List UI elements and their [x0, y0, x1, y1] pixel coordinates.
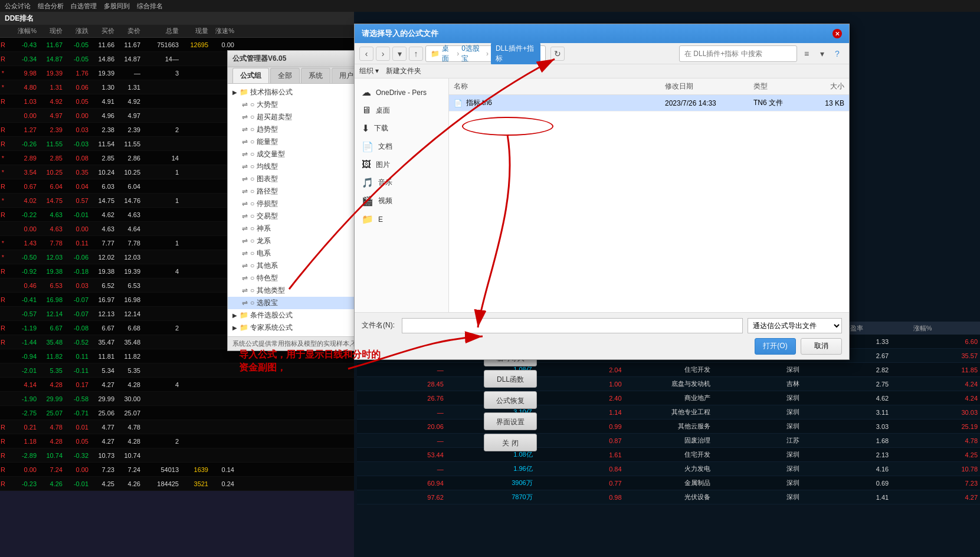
right-table-row[interactable]: — 3.10亿 1.14 其他专业工程 深圳 3.11 30.03 [357, 405, 980, 420]
right-table-row[interactable]: 28.45 3847万 1.00 底盘与发动机 吉林 2.75 4.24 [357, 377, 980, 391]
fd-sidebar-item[interactable]: 🖥桌面 [355, 101, 448, 119]
nav-watchlist[interactable]: 白选管理 [71, 2, 97, 11]
stock-row[interactable]: R 1.18 4.28 0.05 4.27 4.28 2 [0, 434, 354, 448]
fd-sidebar-item[interactable]: 📁E [355, 210, 448, 228]
breadcrumb-folder-icon: 📁 [431, 50, 440, 58]
fd-open-button[interactable]: 打开(O) [755, 338, 796, 355]
right-table-row[interactable]: 26.76 2.09亿 2.40 商业地产 深圳 4.62 4.24 [357, 391, 980, 405]
right-table-row[interactable]: 20.06 2.58亿 0.99 其他云服务 深圳 3.03 25.19 [357, 420, 980, 434]
stock-row[interactable]: -2.01 5.35 -0.11 5.34 5.35 [0, 363, 354, 378]
right-table-row[interactable]: — 1.08亿 2.04 住宅开发 深圳 2.82 11.85 [357, 363, 980, 377]
stock-row[interactable]: R 0.21 4.78 0.01 4.77 4.78 [0, 420, 354, 434]
fd-filetype-select[interactable]: 通达信公式导出文件 [748, 318, 842, 333]
fd-recent-button[interactable]: ▾ [392, 47, 407, 61]
fd-list-header: 名称 修改日期 类型 大小 [449, 78, 849, 95]
tab-formula-group[interactable]: 公式组 [232, 68, 269, 83]
fd-file-row[interactable]: 📄指标.tn6 2023/7/26 14:33 TN6 文件 13 KB [449, 95, 849, 112]
top-nav: 公众讨论 组合分析 白选管理 多股同到 综合排名 [0, 0, 980, 12]
col-name: 名称 [449, 81, 660, 91]
fd-sidebar-item[interactable]: ☁OneDrive - Pers [355, 83, 448, 101]
stock-row[interactable]: R -2.89 10.74 -0.32 10.73 10.74 [0, 448, 354, 463]
stock-table-header: 涨幅% 现价 涨跌 买价 卖价 总量 现量 涨速% [0, 25, 354, 38]
fd-action-row: 打开(O) 取消 [362, 338, 842, 355]
nav-portfolio[interactable]: 组合分析 [38, 2, 64, 11]
header-speed: 涨速% [211, 27, 237, 35]
fd-search-input[interactable] [679, 45, 797, 62]
fd-view-buttons: ≡ ▾ ? [799, 47, 844, 61]
fd-filename-row: 文件名(N): 通达信公式导出文件 [362, 318, 842, 333]
nav-ranking[interactable]: 综合排名 [137, 2, 163, 11]
fd-close-button[interactable]: ✕ [832, 29, 842, 38]
nav-discuss[interactable]: 公众讨论 [5, 2, 31, 11]
formula-recover-button[interactable]: 公式恢复 [484, 391, 537, 409]
fm-title: 公式管理器V6.05 [232, 54, 286, 64]
fd-sidebar-item[interactable]: 🎵音乐 [355, 173, 448, 192]
nav-multistocks[interactable]: 多股同到 [104, 2, 130, 11]
fd-bottom: 文件名(N): 通达信公式导出文件 打开(O) 取消 [355, 312, 849, 359]
right-table-row[interactable]: 53.44 1.08亿 1.61 住宅开发 深圳 2.13 4.25 [357, 448, 980, 462]
fd-sidebar-item[interactable]: 🖼图片 [355, 156, 448, 173]
fd-filename-label: 文件名(N): [362, 320, 397, 330]
col-type: 类型 [749, 81, 808, 91]
ui-settings-button[interactable]: 界面设置 [484, 412, 537, 430]
header-delta: 涨跌 [65, 27, 91, 35]
right-table-row[interactable]: — 4217万 0.87 固废治理 江苏 1.68 4.78 [357, 434, 980, 448]
header-buy: 买价 [91, 27, 117, 35]
fd-sidebar-item[interactable]: 📄文档 [355, 137, 448, 156]
stock-row[interactable]: 4.14 4.28 0.17 4.27 4.28 4 [0, 378, 354, 392]
stock-row[interactable]: -1.90 29.99 -0.58 29.99 30.00 [0, 392, 354, 406]
dde-title-bar: DDE排名 [0, 12, 354, 25]
header-vol: 总量 [143, 27, 181, 35]
fd-sidebar: ☁OneDrive - Pers🖥桌面⬇下载📄文档🖼图片🎵音乐🎬视频📁E [355, 78, 449, 312]
dll-function-button[interactable]: DLL函数 [484, 370, 537, 388]
fd-forward-button[interactable]: › [376, 47, 390, 61]
stock-row[interactable]: R 0.00 7.24 0.00 7.23 7.24 54013 1639 0.… [0, 463, 354, 477]
header-price: 现价 [39, 27, 65, 35]
col-size: 大小 [808, 81, 849, 91]
fd-cancel-button[interactable]: 取消 [801, 338, 842, 355]
fd-help[interactable]: ? [830, 47, 844, 61]
fd-titlebar: 请选择导入的公式文件 ✕ [355, 24, 849, 43]
close-button[interactable]: 关 闭 [484, 434, 537, 451]
breadcrumb-item-desktop[interactable]: 桌面 [442, 44, 454, 64]
fd-content: ☁OneDrive - Pers🖥桌面⬇下载📄文档🖼图片🎵音乐🎬视频📁E 名称 … [355, 78, 849, 312]
fd-sidebar-item[interactable]: ⬇下载 [355, 119, 448, 137]
header-change: 涨幅% [8, 27, 39, 35]
fd-title: 请选择导入的公式文件 [362, 28, 438, 39]
fd-toolbar: ‹ › ▾ ↑ 📁 桌面 › 0选股宝 › DLL插件+指标 ↻ ≡ ▾ ? [355, 43, 849, 64]
fd-main: 名称 修改日期 类型 大小 📄指标.tn6 2023/7/26 14:33 TN… [449, 78, 849, 312]
fd-breadcrumb: 📁 桌面 › 0选股宝 › DLL插件+指标 [425, 45, 546, 62]
header-sell: 卖价 [117, 27, 143, 35]
fd-view-list[interactable]: ≡ [799, 47, 814, 61]
right-table-row[interactable]: 60.94 3906万 0.77 金属制品 深圳 0.69 7.23 [357, 476, 980, 490]
fd-new-folder-button[interactable]: 新建文件夹 [386, 66, 421, 76]
right-table-row[interactable]: 97.62 7870万 0.98 光伏设备 深圳 1.41 4.27 [357, 490, 980, 504]
fd-organize-button[interactable]: 组织 ▾ [359, 66, 379, 76]
stock-row[interactable]: -2.75 25.07 -0.71 25.06 25.07 [0, 406, 354, 420]
fd-file-list: 📄指标.tn6 2023/7/26 14:33 TN6 文件 13 KB [449, 95, 849, 112]
fd-sidebar-item[interactable]: 🎬视频 [355, 192, 448, 210]
dde-title-text: DDE排名 [5, 14, 34, 24]
tab-system[interactable]: 系统 [301, 68, 330, 83]
fd-back-button[interactable]: ‹ [359, 47, 373, 61]
fd-action-toolbar: 组织 ▾ 新建文件夹 [355, 64, 849, 78]
file-dialog[interactable]: 请选择导入的公式文件 ✕ ‹ › ▾ ↑ 📁 桌面 › 0选股宝 › DLL插件… [354, 24, 850, 360]
breadcrumb-item-dll[interactable]: DLL插件+指标 [491, 42, 540, 65]
header-cur: 现量 [181, 27, 211, 35]
col-date: 修改日期 [660, 81, 749, 91]
right-table-row[interactable]: — 1.96亿 0.84 火力发电 深圳 4.16 10.78 [357, 462, 980, 476]
fd-filename-input[interactable] [402, 318, 743, 333]
tab-all[interactable]: 全部 [270, 68, 300, 83]
stock-row[interactable]: R -0.23 4.26 -0.01 4.25 4.26 184425 3521… [0, 477, 354, 491]
fd-up-button[interactable]: ↑ [409, 47, 423, 61]
breadcrumb-item-stocks[interactable]: 0选股宝 [461, 44, 484, 64]
stock-row[interactable]: -0.94 11.82 0.11 11.81 11.82 [0, 349, 354, 363]
fd-refresh-button[interactable]: ↻ [550, 47, 565, 61]
fd-view-details[interactable]: ▾ [815, 47, 829, 61]
